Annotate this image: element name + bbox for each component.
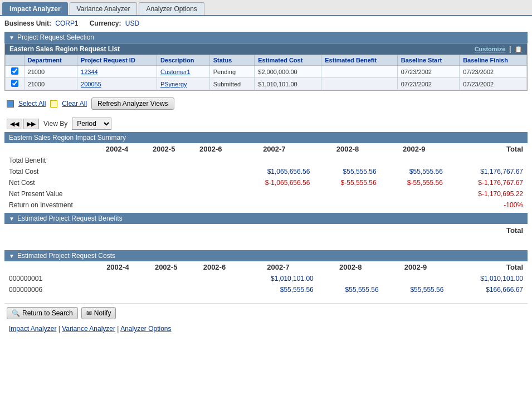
prev-arrow[interactable]: ◀◀ — [7, 119, 22, 129]
summary-value — [314, 188, 380, 199]
row-checkbox[interactable] — [11, 67, 18, 75]
summary-value — [94, 188, 140, 199]
description-link[interactable]: PSynergy — [160, 81, 187, 87]
row-baseline-finish: 07/23/2002 — [460, 66, 527, 78]
row-request-id[interactable]: 200055 — [77, 78, 157, 90]
summary-row: Return on Investment-100% — [4, 199, 528, 211]
row-status: Submitted — [209, 78, 255, 90]
request-id-link[interactable]: 12344 — [81, 69, 98, 75]
costs-collapse-arrow[interactable]: ▼ — [9, 253, 14, 259]
impact-summary-section: Eastern Sales Region Impact Summary 2002… — [4, 132, 528, 211]
row-checkbox-cell[interactable] — [6, 66, 25, 78]
next-arrow[interactable]: ▶▶ — [23, 119, 39, 129]
summary-value — [94, 155, 140, 166]
row-description: Customer1 — [157, 66, 209, 78]
period-2002-8: 2002-8 — [314, 143, 380, 155]
customize-link[interactable]: Customize — [475, 46, 506, 52]
cost-value — [383, 273, 448, 284]
export-icon[interactable]: 📋 — [515, 46, 523, 52]
col-baseline-start: Baseline Start — [397, 55, 459, 66]
select-all-button[interactable]: Select All — [18, 100, 46, 108]
col-department: Department — [24, 55, 77, 66]
summary-value — [94, 177, 140, 188]
tab-variance-analyzer[interactable]: Variance Analyzer — [70, 2, 138, 15]
clear-all-checkbox-icon[interactable] — [50, 100, 57, 108]
bottom-link-options[interactable]: Analyzer Options — [120, 325, 171, 333]
request-list-header-bar: Eastern Sales Region Request List Custom… — [5, 43, 527, 55]
description-link[interactable]: Customer1 — [160, 69, 191, 75]
summary-value — [314, 155, 380, 166]
summary-value: $-55,555.56 — [381, 177, 447, 188]
col-estimated-cost: Estimated Cost — [255, 55, 321, 66]
clear-all-button[interactable]: Clear All — [62, 100, 87, 108]
summary-label: Total Benefit — [4, 155, 94, 166]
summary-label: Return on Investment — [4, 199, 94, 211]
tab-impact-analyzer[interactable]: Impact Analyzer — [2, 2, 68, 15]
row-estimated-benefit — [321, 78, 398, 90]
summary-value — [187, 199, 234, 211]
collapse-arrow[interactable]: ▼ — [9, 35, 14, 41]
refresh-analyzer-views-button[interactable]: Refresh Analyzer Views — [91, 98, 174, 110]
main-content: Business Unit: CORP1 Currency: USD ▼ Pro… — [0, 16, 532, 338]
benefits-collapse-arrow[interactable]: ▼ — [9, 216, 14, 222]
bottom-link-variance[interactable]: Variance Analyzer — [62, 325, 115, 333]
return-to-search-button[interactable]: 🔍 Return to Search — [7, 307, 78, 319]
notify-button[interactable]: ✉ Notify — [81, 307, 116, 319]
cost-row: 000000006$55,555.56$55,555.56$55,555.56$… — [4, 284, 528, 295]
col-baseline-finish: Baseline Finish — [460, 55, 527, 66]
row-request-id[interactable]: 12344 — [77, 66, 157, 78]
bottom-link-impact[interactable]: Impact Analyzer — [9, 325, 56, 333]
summary-row: Net Cost$-1,065,656.56$-55,555.56$-55,55… — [4, 177, 528, 188]
business-unit-row: Business Unit: CORP1 Currency: USD — [4, 20, 528, 27]
summary-value: $1,065,656.56 — [234, 166, 314, 177]
currency-label: Currency: USD — [90, 20, 139, 27]
summary-row: Total Benefit — [4, 155, 528, 166]
table-row: 21000 200055 PSynergy Submitted $1,010,1… — [6, 78, 527, 90]
row-checkbox-cell[interactable] — [6, 78, 25, 90]
summary-value: $-1,170,695.22 — [447, 188, 528, 199]
summary-value — [234, 199, 314, 211]
col-status: Status — [209, 55, 255, 66]
cost-row: 000000001$1,010,101.00$1,010,101.00 — [4, 273, 528, 284]
cost-value — [142, 273, 191, 284]
summary-row: Total Cost$1,065,656.56$55,555.56$55,555… — [4, 166, 528, 177]
cost-id: 000000006 — [4, 284, 94, 295]
view-by-row: ◀◀ ▶▶ View By Period Quarter Year — [4, 115, 528, 132]
summary-value — [94, 199, 140, 211]
row-checkbox[interactable] — [11, 80, 18, 87]
summary-value: -100% — [447, 199, 528, 211]
summary-value: $-1,065,656.56 — [234, 177, 314, 188]
cost-value: $55,555.56 — [318, 284, 383, 295]
cost-value: $1,010,101.00 — [448, 273, 528, 284]
col-description: Description — [157, 55, 209, 66]
summary-value — [234, 155, 314, 166]
select-all-checkbox-icon[interactable] — [7, 100, 14, 108]
col-estimated-benefit: Estimated Benefit — [321, 55, 398, 66]
view-by-select[interactable]: Period Quarter Year — [72, 118, 111, 130]
summary-value: $1,176,767.67 — [447, 166, 528, 177]
summary-label: Total Cost — [4, 166, 94, 177]
period-2002-6: 2002-6 — [187, 143, 234, 155]
cost-value — [318, 273, 383, 284]
cost-total-header: Total — [448, 261, 528, 273]
cost-value — [191, 284, 239, 295]
row-estimated-cost: $1,010,101.00 — [255, 78, 321, 90]
cost-value: $55,555.56 — [383, 284, 448, 295]
cost-period-2002-6: 2002-6 — [191, 261, 239, 273]
summary-value: $55,555.56 — [314, 166, 380, 177]
cost-value — [191, 273, 239, 284]
summary-value: $-55,555.56 — [314, 177, 380, 188]
business-unit-label: Business Unit: CORP1 — [4, 20, 79, 27]
summary-label: Net Cost — [4, 177, 94, 188]
tab-analyzer-options[interactable]: Analyzer Options — [139, 2, 204, 15]
currency-value: USD — [125, 20, 139, 27]
cost-value: $1,010,101.00 — [238, 273, 318, 284]
request-id-link[interactable]: 200055 — [81, 81, 101, 87]
summary-value — [187, 166, 234, 177]
costs-table: 2002-4 2002-5 2002-6 2002-7 2002-8 2002-… — [4, 261, 528, 295]
summary-row: Net Present Value$-1,170,695.22 — [4, 188, 528, 199]
summary-value — [234, 188, 314, 199]
row-status: Pending — [209, 66, 255, 78]
total-header: Total — [447, 143, 528, 155]
cost-id: 000000001 — [4, 273, 94, 284]
